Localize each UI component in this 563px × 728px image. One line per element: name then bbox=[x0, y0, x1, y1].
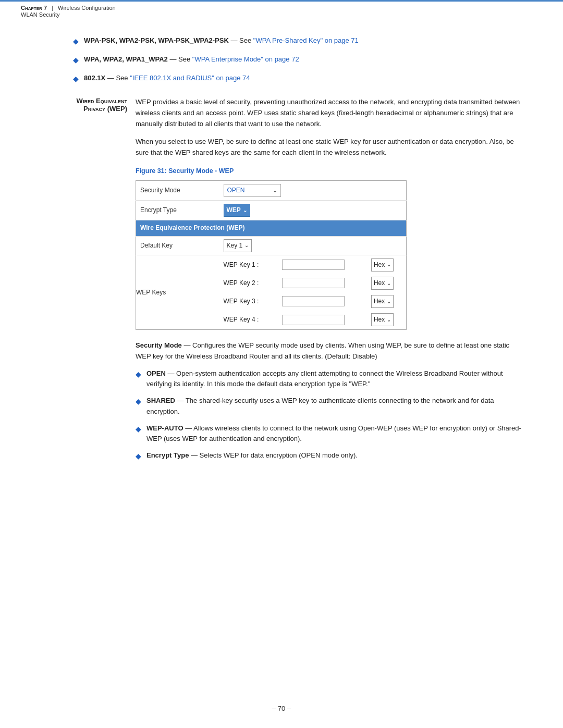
hex-text: Hex bbox=[374, 315, 385, 325]
main-content: ◆ WPA-PSK, WPA2-PSK, WPA-PSK_WPA2-PSK — … bbox=[0, 20, 563, 499]
bullet-bold: WPA, WPA2, WPA1_WPA2 bbox=[84, 55, 168, 63]
chevron-down-icon: ⌄ bbox=[387, 298, 391, 306]
desc-bullet-body: — Selects WEP for data encryption (OPEN … bbox=[189, 451, 357, 459]
wep-key2-label: WEP Key 2 : bbox=[221, 275, 278, 292]
desc-bullet-bold: OPEN bbox=[146, 369, 166, 377]
wep-key3-format-cell: Hex ⌄ bbox=[368, 293, 405, 310]
header-line1: Chapter 7 | Wireless Configuration bbox=[21, 5, 542, 11]
desc-bullet-bold: WEP-AUTO bbox=[146, 424, 183, 432]
chevron-down-icon: ⌄ bbox=[387, 316, 391, 324]
default-key-value: Key 1 ⌄ bbox=[219, 236, 385, 255]
table-row-security-mode: Security Mode OPEN ⌄ bbox=[136, 180, 407, 200]
wep-section-header: Wire Equivalence Protection (WEP) bbox=[136, 220, 407, 236]
encrypt-type-label: Encrypt Type bbox=[136, 201, 219, 220]
bullet-dash: — See bbox=[229, 36, 253, 44]
list-item: ◆ WPA-PSK, WPA2-PSK, WPA-PSK_WPA2-PSK — … bbox=[73, 35, 521, 47]
wep-key2-input-cell bbox=[279, 275, 367, 292]
wep-key1-input-cell bbox=[279, 256, 367, 274]
table-row-default-key: Default Key Key 1 ⌄ bbox=[136, 236, 407, 255]
wep-key1-format-select[interactable]: Hex ⌄ bbox=[371, 258, 394, 272]
bullet-link[interactable]: "IEEE 802.1X and RADIUS" on page 74 bbox=[130, 74, 250, 82]
table-row: WEP Key 3 : Hex ⌄ bbox=[221, 293, 406, 310]
chevron-down-icon: ⌄ bbox=[387, 261, 391, 269]
wep-key2-format-select[interactable]: Hex ⌄ bbox=[371, 277, 394, 290]
wep-key1-label: WEP Key 1 : bbox=[221, 256, 278, 274]
page: Chapter 7 | Wireless Configuration WLAN … bbox=[0, 0, 563, 728]
encrypt-type-select[interactable]: WEP ⌄ bbox=[224, 204, 250, 217]
figure-title: Figure 31: Security Mode - WEP bbox=[136, 166, 521, 176]
empty-cell bbox=[385, 236, 407, 255]
empty-cell bbox=[385, 201, 407, 220]
wep-key4-label: WEP Key 4 : bbox=[221, 311, 278, 328]
security-mode-value: OPEN ⌄ bbox=[219, 180, 385, 200]
default-key-label: Default Key bbox=[136, 236, 219, 255]
bullet-diamond-icon: ◆ bbox=[136, 424, 141, 435]
top-bullet-list: ◆ WPA-PSK, WPA2-PSK, WPA-PSK_WPA2-PSK — … bbox=[73, 35, 521, 84]
wep-key3-format-select[interactable]: Hex ⌄ bbox=[371, 295, 394, 308]
wep-key4-format-cell: Hex ⌄ bbox=[368, 311, 405, 328]
page-number: – 70 – bbox=[272, 705, 291, 712]
security-mode-label: Security Mode bbox=[136, 180, 219, 200]
wired-label-line2: Privacy (WEP) bbox=[42, 105, 127, 113]
wep-key4-input-cell bbox=[279, 311, 367, 328]
header-subtitle: WLAN Security bbox=[21, 11, 542, 18]
bullet-diamond-icon: ◆ bbox=[73, 36, 79, 47]
page-header: Chapter 7 | Wireless Configuration WLAN … bbox=[0, 0, 563, 20]
wep-key1-input[interactable] bbox=[282, 260, 345, 270]
desc-bullet-body: — Allows wireless clients to connect to … bbox=[146, 424, 521, 442]
table-row-wep-keys: WEP Keys WEP Key 1 : bbox=[136, 255, 407, 330]
bullet-bold: 802.1X bbox=[84, 74, 105, 82]
empty-cell bbox=[385, 180, 407, 200]
wep-key2-input[interactable] bbox=[282, 278, 345, 288]
desc-bullet-text: SHARED — The shared-key security uses a … bbox=[146, 396, 521, 416]
bullet-dash: — See bbox=[168, 55, 192, 63]
encrypt-type-text: WEP bbox=[227, 205, 241, 215]
table-row-encrypt-type: Encrypt Type WEP ⌄ bbox=[136, 201, 407, 220]
desc-bullet-bold: Encrypt Type bbox=[146, 451, 189, 459]
list-item: ◆ Encrypt Type — Selects WEP for data en… bbox=[136, 450, 521, 462]
bullet-text: WPA-PSK, WPA2-PSK, WPA-PSK_WPA2-PSK — Se… bbox=[84, 35, 359, 46]
list-item: ◆ SHARED — The shared-key security uses … bbox=[136, 396, 521, 416]
wep-key3-input-cell bbox=[279, 293, 367, 310]
hex-text: Hex bbox=[374, 260, 385, 270]
wired-para1: WEP provides a basic level of security, … bbox=[136, 97, 521, 129]
encrypt-type-value: WEP ⌄ bbox=[219, 201, 385, 220]
default-key-select[interactable]: Key 1 ⌄ bbox=[224, 239, 252, 252]
bullet-diamond-icon: ◆ bbox=[136, 451, 141, 462]
desc-bullet-body: — Open-system authentication accepts any… bbox=[146, 369, 503, 388]
bullet-link[interactable]: "WPA Enterprise Mode" on page 72 bbox=[192, 55, 299, 63]
desc-bullet-body: — The shared-key security uses a WEP key… bbox=[146, 397, 494, 415]
bullet-dash: — See bbox=[105, 74, 130, 82]
wired-label-line1: Wired Equivalent bbox=[42, 97, 127, 105]
hex-text: Hex bbox=[374, 297, 385, 306]
table-row: WEP Key 4 : Hex ⌄ bbox=[221, 311, 406, 328]
table-row: WEP Key 1 : Hex ⌄ bbox=[221, 256, 406, 274]
wep-keys-inner-table: WEP Key 1 : Hex ⌄ bbox=[219, 255, 407, 330]
description-para: Security Mode — Configures the WEP secur… bbox=[136, 340, 521, 362]
bullet-text: 802.1X — See "IEEE 802.1X and RADIUS" on… bbox=[84, 73, 250, 83]
bullet-diamond-icon: ◆ bbox=[73, 73, 79, 84]
default-key-text: Key 1 bbox=[227, 241, 243, 251]
desc-bullet-text: OPEN — Open-system authentication accept… bbox=[146, 368, 521, 389]
bullet-diamond-icon: ◆ bbox=[73, 55, 79, 66]
wep-key4-input[interactable] bbox=[282, 315, 345, 325]
list-item: ◆ WPA, WPA2, WPA1_WPA2 — See "WPA Enterp… bbox=[73, 54, 521, 66]
bullet-link[interactable]: "WPA Pre-Shared Key" on page 71 bbox=[253, 36, 359, 44]
wep-key3-input[interactable] bbox=[282, 296, 345, 306]
wep-key2-format-cell: Hex ⌄ bbox=[368, 275, 405, 292]
wired-label: Wired Equivalent Privacy (WEP) bbox=[42, 97, 136, 468]
header-separator: | bbox=[52, 5, 53, 11]
wired-para2: When you select to use WEP, be sure to d… bbox=[136, 137, 521, 158]
wep-key4-format-select[interactable]: Hex ⌄ bbox=[371, 313, 394, 326]
list-item: ◆ 802.1X — See "IEEE 802.1X and RADIUS" … bbox=[73, 73, 521, 84]
desc-bullet-text: WEP-AUTO — Allows wireless clients to co… bbox=[146, 423, 521, 444]
header-chapter-title: Wireless Configuration bbox=[58, 5, 116, 11]
desc-bullet-bold: SHARED bbox=[146, 397, 175, 404]
wep-table: Security Mode OPEN ⌄ Encrypt Typ bbox=[136, 180, 407, 330]
list-item: ◆ OPEN — Open-system authentication acce… bbox=[136, 368, 521, 389]
security-mode-select[interactable]: OPEN ⌄ bbox=[224, 184, 281, 197]
wep-key1-format-cell: Hex ⌄ bbox=[368, 256, 405, 274]
chapter-num: 7 bbox=[44, 5, 47, 11]
chevron-down-icon: ⌄ bbox=[273, 186, 277, 195]
page-footer: – 70 – bbox=[0, 705, 563, 712]
